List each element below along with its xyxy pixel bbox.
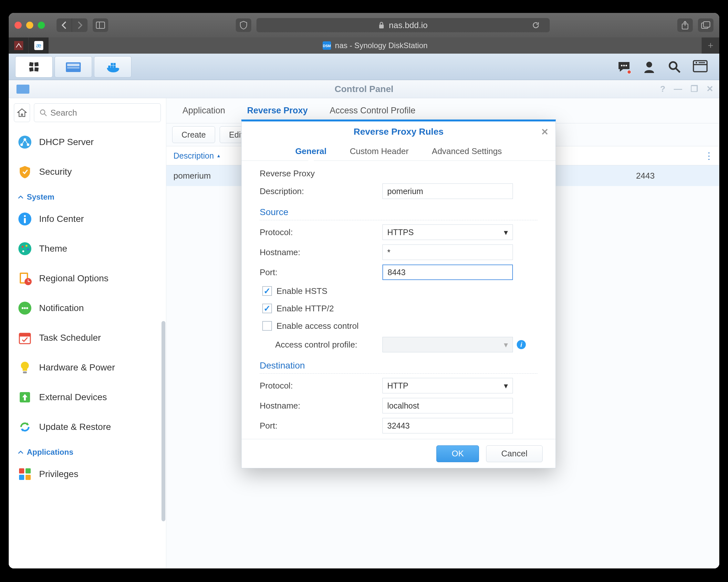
user-icon[interactable]: [643, 60, 656, 74]
svg-rect-6: [703, 22, 710, 27]
close-button[interactable]: ✕: [706, 84, 713, 94]
bulb-icon: [18, 361, 32, 375]
control-panel-title: Control Panel: [335, 84, 393, 94]
sidebar-item-privileges[interactable]: Privileges: [9, 459, 166, 489]
dialog-tab-advanced[interactable]: Advanced Settings: [420, 142, 514, 160]
sidebar-item-update-restore[interactable]: Update & Restore: [9, 412, 166, 442]
sidebar-item-theme[interactable]: Theme: [9, 234, 166, 264]
check-http2-row[interactable]: Enable HTTP/2: [260, 300, 538, 317]
svg-point-34: [41, 110, 45, 114]
svg-rect-44: [24, 218, 26, 223]
pinned-tab-1[interactable]: [9, 37, 29, 54]
svg-point-58: [26, 307, 28, 309]
svg-point-24: [621, 64, 623, 66]
sidebar-item-external-devices[interactable]: External Devices: [9, 382, 166, 412]
notification-dot: [627, 70, 631, 74]
dialog-tab-custom-header[interactable]: Custom Header: [338, 142, 420, 160]
create-button[interactable]: Create: [172, 126, 215, 143]
search-input[interactable]: [50, 108, 155, 118]
sidebar-item-regional[interactable]: Regional Options: [9, 264, 166, 293]
input-dst-port[interactable]: [383, 418, 513, 433]
active-tab[interactable]: DSM nas - Synology DiskStation: [49, 37, 702, 54]
dsm-tray: [617, 60, 713, 74]
dialog-close-button[interactable]: ✕: [541, 127, 548, 137]
control-panel-window: Control Panel ? — ❐ ✕: [9, 80, 719, 568]
checkbox-hsts[interactable]: [262, 286, 272, 296]
label-hsts: Enable HSTS: [277, 286, 328, 296]
dialog-tabs: General Custom Header Advanced Settings: [241, 142, 555, 161]
privacy-report-button[interactable]: [236, 19, 251, 32]
svg-point-45: [19, 242, 31, 255]
checkbox-http2[interactable]: [262, 303, 272, 313]
sidebar-toggle-button[interactable]: [93, 19, 108, 32]
th-description[interactable]: Description: [166, 151, 237, 160]
sidebar-item-notification[interactable]: Notification: [9, 293, 166, 323]
sidebar-label: Regional Options: [39, 273, 108, 284]
sidebar-label: Privileges: [39, 469, 78, 479]
dsm-main-menu-button[interactable]: [15, 56, 53, 78]
ok-button[interactable]: OK: [436, 445, 479, 462]
svg-line-29: [676, 69, 680, 72]
new-tab-button[interactable]: +: [702, 37, 719, 54]
input-description[interactable]: [383, 183, 513, 199]
svg-rect-60: [19, 333, 30, 337]
maximize-button[interactable]: ❐: [691, 84, 698, 94]
svg-point-47: [26, 245, 27, 247]
help-button[interactable]: ?: [660, 84, 665, 94]
chat-icon[interactable]: [617, 60, 631, 74]
sidebar-item-info-center[interactable]: Info Center: [9, 204, 166, 234]
dialog-tab-general[interactable]: General: [284, 142, 338, 160]
tab-title: nas - Synology DiskStation: [335, 41, 427, 50]
widgets-icon[interactable]: [693, 60, 706, 74]
chevron-up-icon: [18, 195, 24, 199]
safari-window: nas.bdd.io æ DSM nas - Synology DiskStat…: [9, 13, 719, 568]
dsm-task-docker[interactable]: [94, 56, 131, 78]
check-hsts-row[interactable]: Enable HSTS: [260, 282, 538, 300]
svg-rect-61: [23, 371, 27, 373]
back-button[interactable]: [56, 19, 72, 32]
search-icon: [40, 109, 47, 116]
address-bar[interactable]: nas.bdd.io: [256, 18, 550, 32]
sidebar-item-task-scheduler[interactable]: Task Scheduler: [9, 323, 166, 353]
home-button[interactable]: [14, 103, 30, 122]
svg-rect-12: [29, 62, 33, 67]
share-button[interactable]: [677, 19, 693, 32]
table-menu-icon[interactable]: ⋮: [699, 151, 719, 161]
sidebar-item-dhcp[interactable]: DHCP Server: [9, 127, 166, 157]
input-src-port[interactable]: [383, 265, 513, 280]
minimize-button[interactable]: —: [674, 84, 682, 94]
info-icon[interactable]: i: [517, 340, 526, 349]
sidebar-search[interactable]: [34, 103, 161, 122]
svg-rect-13: [34, 62, 38, 66]
info-icon: [18, 212, 32, 226]
reload-icon[interactable]: [531, 21, 540, 29]
pinned-tab-2[interactable]: æ: [29, 37, 49, 54]
cancel-button[interactable]: Cancel: [486, 445, 543, 462]
sidebar-group-applications[interactable]: Applications: [9, 442, 166, 459]
sidebar-item-security[interactable]: Security: [9, 157, 166, 187]
close-window-button[interactable]: [15, 22, 22, 29]
tab-application[interactable]: Application: [172, 98, 236, 123]
select-src-protocol[interactable]: HTTPS▾: [383, 224, 513, 240]
sidebar-label: Hardware & Power: [39, 362, 115, 373]
input-dst-hostname[interactable]: [383, 398, 513, 414]
address-text: nas.bdd.io: [389, 20, 427, 30]
svg-rect-0: [96, 22, 105, 28]
select-dst-protocol[interactable]: HTTP▾: [383, 378, 513, 393]
dsm-task-filestation[interactable]: [55, 56, 92, 78]
tabs-overview-button[interactable]: [698, 19, 713, 32]
sidebar-group-system[interactable]: System: [9, 187, 166, 204]
forward-button[interactable]: [72, 19, 87, 32]
input-src-hostname[interactable]: [383, 244, 513, 260]
sidebar-label: Update & Restore: [39, 422, 111, 432]
minimize-window-button[interactable]: [26, 22, 33, 29]
svg-point-27: [646, 62, 652, 68]
search-icon[interactable]: [668, 60, 681, 74]
refresh-icon: [18, 420, 32, 434]
sidebar-label: Security: [39, 167, 72, 177]
check-access-control-row[interactable]: Enable access control: [260, 317, 538, 335]
sidebar-item-hardware[interactable]: Hardware & Power: [9, 353, 166, 382]
checkbox-access-control[interactable]: [262, 321, 272, 331]
sidebar-scrollbar[interactable]: [161, 321, 165, 521]
maximize-window-button[interactable]: [38, 22, 45, 29]
